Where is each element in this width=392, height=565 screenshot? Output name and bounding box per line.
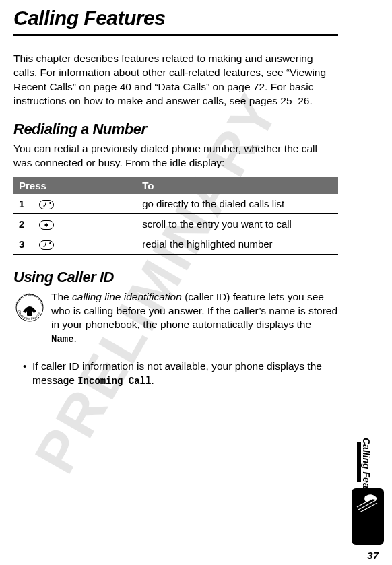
section-heading-caller-id: Using Caller ID xyxy=(13,269,338,286)
send-key-icon xyxy=(39,200,54,209)
step-desc: redial the highlighted number xyxy=(137,234,338,255)
network-subscription-feature-icon: Network / Subscription Dependent Feature xyxy=(13,292,46,324)
chapter-title: Calling Features xyxy=(13,7,338,36)
section-heading-redial: Redialing a Number xyxy=(13,121,338,138)
scroll-key-icon xyxy=(39,220,54,230)
table-row: 3 redial the highlighted number xyxy=(13,234,338,255)
step-number: 2 xyxy=(19,218,31,230)
step-desc: go directly to the dialed calls list xyxy=(137,194,338,214)
caller-id-body: The calling line identification (caller … xyxy=(51,290,338,347)
steps-table: Press To 1 go directly to the dialed cal… xyxy=(13,177,338,255)
intro-paragraph: This chapter describes features related … xyxy=(13,52,338,108)
table-row: 1 go directly to the dialed calls list xyxy=(13,194,338,214)
bullet-item: If caller ID information is not availabl… xyxy=(23,360,338,388)
svg-rect-3 xyxy=(27,310,32,316)
col-header-to: To xyxy=(137,177,338,194)
table-row: 2 scroll to the entry you want to call xyxy=(13,213,338,234)
step-number: 1 xyxy=(19,198,31,209)
send-key-icon xyxy=(39,240,54,250)
page-number: 37 xyxy=(367,550,379,561)
svg-text:Network / Subscription: Network / Subscription xyxy=(14,292,44,306)
step-desc: scroll to the entry you want to call xyxy=(137,213,338,234)
phone-thumb-icon xyxy=(352,488,384,545)
redial-body: You can redial a previously dialed phone… xyxy=(13,142,338,170)
step-number: 3 xyxy=(19,238,31,250)
col-header-press: Press xyxy=(13,177,137,194)
